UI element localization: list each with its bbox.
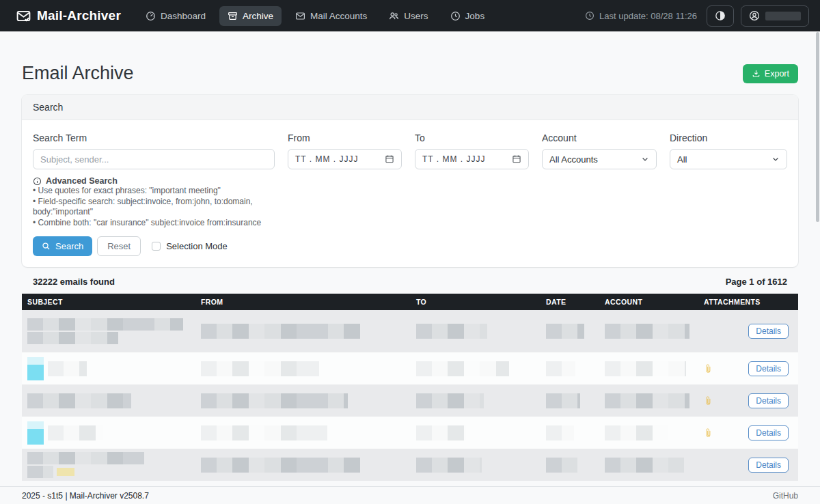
column-header-date: DATE [541, 298, 599, 306]
nav-item-label: Dashboard [161, 11, 206, 21]
cell-attachments: Details [698, 417, 798, 449]
speedometer-icon [146, 11, 156, 21]
advanced-search-hint: Use quotes for exact phrases: "important… [33, 186, 301, 197]
to-label: To [415, 132, 529, 143]
advanced-search-hint: Combine both: "car insurance" subject:in… [33, 218, 301, 229]
from-date-value: TT . MM . JJJJ [295, 154, 358, 164]
nav-item-label: Jobs [465, 11, 485, 21]
redacted-text [546, 458, 577, 473]
details-button[interactable]: Details [748, 324, 789, 339]
email-row[interactable]: Details [22, 417, 798, 449]
redacted-text [605, 324, 689, 339]
direction-field: Direction All [670, 132, 787, 169]
navbar-right: Last update: 08/28 11:26 [585, 5, 809, 27]
archive-icon [228, 11, 238, 21]
redacted-text [27, 466, 53, 478]
email-row[interactable]: Details [22, 310, 798, 352]
details-button[interactable]: Details [748, 425, 789, 440]
redacted-text [546, 425, 574, 440]
paperclip-icon [704, 428, 713, 437]
cell-subject [22, 449, 195, 481]
brand-label: Mail-Archiver [37, 8, 121, 23]
cell-from [195, 449, 411, 481]
redacted-text [416, 324, 487, 339]
paperclip-icon [704, 364, 713, 373]
cell-to [411, 310, 541, 352]
account-field: Account All Accounts [542, 132, 657, 169]
redacted-text [27, 332, 118, 344]
to-date-value: TT . MM . JJJJ [422, 154, 485, 164]
redacted-text [201, 458, 360, 473]
theme-toggle-button[interactable] [707, 5, 734, 27]
calendar-icon[interactable] [385, 154, 394, 164]
email-row[interactable]: Details [22, 352, 798, 384]
details-button[interactable]: Details [748, 361, 789, 376]
redacted-text [48, 361, 87, 376]
search-card-title: Search [22, 95, 798, 120]
from-label: From [288, 132, 402, 143]
redacted-highlight [27, 357, 44, 380]
table-header-row: SUBJECTFROMTODATEACCOUNTATTACHMENTS [22, 294, 798, 310]
details-button[interactable]: Details [748, 393, 789, 408]
envelope-icon [295, 11, 305, 21]
column-header-subject: SUBJECT [22, 298, 195, 306]
from-date-field: From TT . MM . JJJJ [288, 132, 402, 169]
column-header-to: TO [411, 298, 541, 306]
nav-item-archive[interactable]: Archive [219, 6, 282, 26]
redacted-text [201, 361, 319, 376]
nav-item-mail-accounts[interactable]: Mail Accounts [287, 6, 375, 26]
nav-item-label: Archive [243, 11, 273, 21]
cell-to [411, 417, 541, 449]
cell-account [599, 310, 698, 352]
cell-account [599, 449, 698, 481]
nav-item-jobs[interactable]: Jobs [442, 6, 493, 26]
advanced-search-help: Advanced Search Use quotes for exact phr… [33, 176, 301, 228]
redacted-text [201, 425, 327, 440]
search-button[interactable]: Search [33, 236, 92, 256]
reset-button[interactable]: Reset [97, 236, 141, 256]
people-icon [389, 11, 399, 21]
nav-item-dashboard[interactable]: Dashboard [137, 6, 214, 26]
column-header-account: ACCOUNT [599, 298, 698, 306]
search-term-input[interactable] [33, 149, 275, 169]
top-navbar: Mail-Archiver DashboardArchiveMail Accou… [0, 0, 820, 31]
user-menu-button[interactable] [741, 5, 809, 27]
github-link[interactable]: GitHub [773, 491, 798, 501]
selection-mode-checkbox[interactable] [152, 242, 161, 251]
email-row[interactable]: Details [22, 449, 798, 481]
search-term-field: Search Term [33, 132, 275, 169]
clock-icon [585, 11, 594, 20]
mail-archiver-logo-icon [16, 9, 31, 23]
cell-from [195, 310, 411, 352]
direction-label: Direction [670, 132, 787, 143]
redacted-text [416, 425, 466, 440]
direction-select[interactable]: All [670, 149, 787, 169]
account-select[interactable]: All Accounts [542, 149, 657, 169]
search-icon [42, 242, 51, 251]
brand[interactable]: Mail-Archiver [16, 8, 121, 23]
redacted-text [605, 458, 684, 473]
to-date-input[interactable]: TT . MM . JJJJ [415, 149, 529, 169]
from-date-input[interactable]: TT . MM . JJJJ [288, 149, 402, 169]
redacted-text [605, 393, 689, 408]
calendar-icon[interactable] [512, 154, 521, 164]
export-button[interactable]: Export [743, 64, 798, 83]
details-button[interactable]: Details [748, 458, 789, 473]
paperclip-icon [704, 396, 713, 405]
redacted-text [416, 361, 509, 376]
nav-item-label: Users [404, 11, 428, 21]
column-header-attachments: ATTACHMENTS [698, 298, 798, 306]
chevron-down-icon [641, 155, 649, 163]
nav-menu: DashboardArchiveMail AccountsUsersJobs [137, 6, 493, 26]
results-count: 32222 emails found [33, 277, 115, 287]
info-circle-icon [33, 177, 42, 186]
half-circle-icon [715, 10, 726, 21]
redacted-text [605, 361, 686, 376]
email-row[interactable]: Details [22, 384, 798, 417]
redacted-highlight [57, 468, 74, 476]
cell-to [411, 449, 541, 481]
nav-item-users[interactable]: Users [381, 6, 436, 26]
redacted-text [27, 393, 131, 408]
cell-date [541, 352, 599, 384]
page-scrollbar-thumb[interactable] [816, 32, 819, 222]
